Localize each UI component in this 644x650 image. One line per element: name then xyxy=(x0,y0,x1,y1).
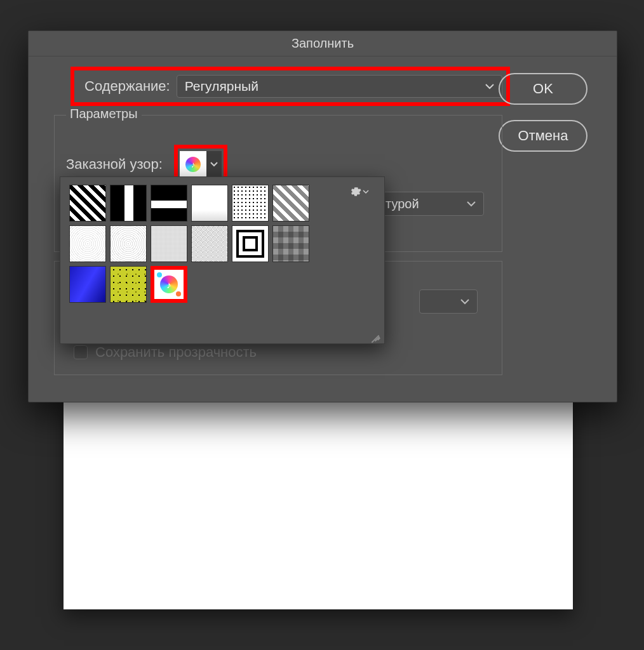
pattern-item-noise-fine-1[interactable] xyxy=(69,225,106,262)
preserve-transparency-checkbox[interactable] xyxy=(74,345,88,359)
music-app-icon xyxy=(185,157,201,172)
pattern-picker-menu-button[interactable] xyxy=(350,186,369,197)
content-select-value: Регулярный xyxy=(185,79,258,94)
pattern-item-blue-waves[interactable] xyxy=(69,266,106,303)
pattern-item-camo-gray[interactable] xyxy=(272,225,309,262)
script-select-value-partial: турой xyxy=(386,197,419,211)
preserve-transparency-label: Сохранить прозрачность xyxy=(95,344,257,361)
pattern-dropdown-button[interactable] xyxy=(206,151,222,178)
pattern-grid: ♪ xyxy=(69,185,323,303)
chevron-down-icon xyxy=(485,82,494,91)
pattern-item-diagonal-stripe[interactable] xyxy=(69,185,106,222)
pattern-item-diagonal-stripe-gray[interactable] xyxy=(272,185,309,222)
dialog-title: Заполнить xyxy=(29,31,617,56)
cancel-button[interactable]: Отмена xyxy=(499,120,587,152)
pattern-item-noise-fine-2[interactable] xyxy=(110,225,147,262)
pattern-item-concentric-squares[interactable] xyxy=(232,225,269,262)
music-app-icon: ♪ xyxy=(160,275,178,293)
parameters-legend: Параметры xyxy=(66,107,142,121)
lower-select[interactable] xyxy=(419,289,478,314)
content-row-highlight: Содержание: Регулярный xyxy=(70,67,510,106)
pattern-item-noise-fine-3[interactable] xyxy=(151,225,187,262)
pattern-item-vertical-bar[interactable] xyxy=(110,185,147,222)
pattern-item-white-gradient[interactable] xyxy=(191,185,228,222)
document-canvas xyxy=(64,394,573,609)
content-label: Содержание: xyxy=(84,78,170,95)
pattern-item-music-app-icon[interactable]: ♪ xyxy=(151,266,187,303)
resize-handle-icon[interactable] xyxy=(370,329,380,340)
chevron-down-icon xyxy=(460,297,469,306)
content-select[interactable]: Регулярный xyxy=(177,75,502,98)
chevron-down-icon xyxy=(467,199,476,208)
pattern-label: Заказной узор: xyxy=(66,156,163,173)
script-select-partial[interactable]: турой xyxy=(377,192,484,216)
pattern-picker-popup: ♪ xyxy=(60,176,385,344)
chevron-down-icon xyxy=(363,190,369,194)
pattern-item-noise-fine-4[interactable] xyxy=(191,225,228,262)
pattern-item-horizontal-bar[interactable] xyxy=(151,185,187,222)
gear-icon xyxy=(350,186,361,197)
preserve-transparency-row: Сохранить прозрачность xyxy=(74,344,257,361)
ok-button[interactable]: OK xyxy=(499,73,587,105)
pattern-swatch[interactable] xyxy=(180,151,206,178)
pattern-item-yellow-speckle[interactable] xyxy=(110,266,147,303)
pattern-item-halftone-dots[interactable] xyxy=(232,185,269,222)
